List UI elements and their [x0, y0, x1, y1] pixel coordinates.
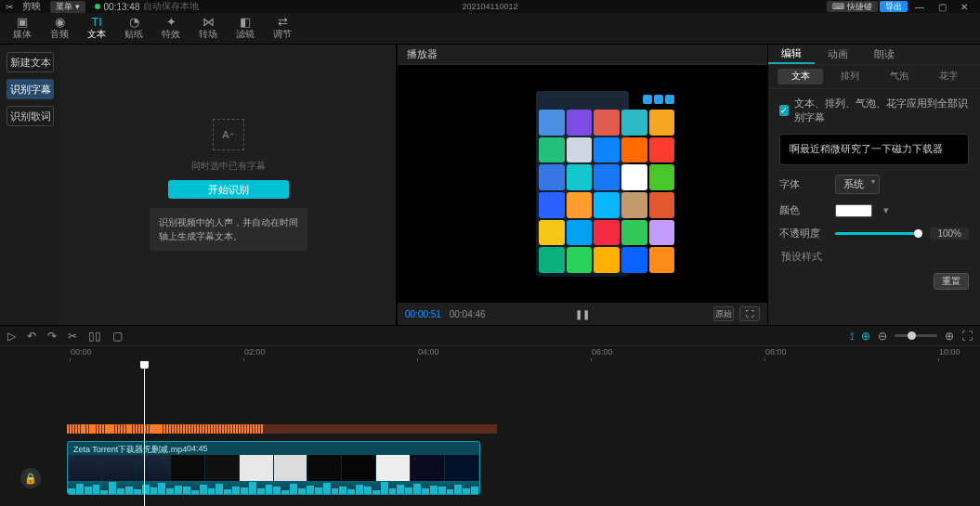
status-dot-icon — [95, 4, 100, 9]
font-label: 字体 — [779, 177, 824, 191]
preview-frame — [536, 91, 629, 277]
title-bar: ✂ 剪映 菜单 ▾ 00:13:48 自动保存本地 202104110012 ⌨… — [0, 0, 980, 13]
recognize-description: 识别视频中的人声，并自动在时间轴上生成字幕文本。 — [150, 208, 307, 251]
tab-text[interactable]: TI文本 — [78, 12, 115, 44]
delete-button[interactable]: ▢ — [112, 330, 123, 343]
split-button[interactable]: ✂ — [68, 330, 77, 343]
subtab-text[interactable]: 文本 — [777, 69, 823, 84]
tick-label: 10:00 — [939, 347, 960, 357]
apply-all-row[interactable]: ✓ 文本、排列、气泡、花字应用到全部识别字幕 — [779, 97, 969, 124]
tab-animation[interactable]: 动画 — [815, 45, 861, 64]
inspector-panel: 编辑 动画 朗读 文本 排列 气泡 花字 ✓ 文本、排列、气泡、花字应用到全部识… — [768, 45, 980, 325]
caption-track[interactable] — [67, 424, 497, 434]
snap-button[interactable]: ⟟ — [850, 330, 854, 343]
undo-button[interactable]: ↶ — [27, 330, 36, 343]
tab-media[interactable]: ▣媒体 — [4, 12, 41, 44]
zoom-slider[interactable] — [895, 334, 937, 337]
playhead[interactable] — [144, 361, 145, 506]
zoom-out-button[interactable]: ⊖ — [878, 330, 887, 343]
maximize-button[interactable]: ▢ — [932, 1, 952, 12]
tick-label: 08:00 — [765, 347, 787, 357]
app-name: 剪映 — [22, 0, 41, 13]
minimize-button[interactable]: — — [909, 1, 930, 12]
tab-effect[interactable]: ✦特效 — [152, 12, 189, 44]
tab-edit[interactable]: 编辑 — [768, 45, 815, 64]
caption-placeholder-icon: A⁺ — [213, 119, 244, 150]
tick-label: 02:00 — [244, 347, 266, 357]
tick-label: 06:00 — [592, 347, 613, 357]
recognize-panel: A⁺ 同时选中已有字幕 开始识别 识别视频中的人声，并自动在时间轴上生成字幕文本… — [60, 45, 396, 325]
tab-read[interactable]: 朗读 — [861, 45, 908, 64]
checkbox-checked-icon[interactable]: ✓ — [779, 105, 789, 116]
sidebar-new-text[interactable]: 新建文本 — [7, 52, 54, 72]
player-panel: 播放器 00:00:51 00:04:46 ❚❚ 原始 ⛶ — [397, 45, 768, 325]
tab-sticker[interactable]: ◔贴纸 — [115, 12, 152, 44]
aspect-ratio-button[interactable]: 原始 — [713, 306, 734, 321]
chevron-down-icon: ▾ — [871, 177, 875, 186]
timeline-tracks[interactable]: 🔒 Zeta Torrent下载器无删减.mp4 04:45 — [0, 361, 980, 506]
color-dropdown-icon[interactable]: ▾ — [883, 204, 889, 216]
filter-icon: ◧ — [240, 16, 251, 28]
redo-button[interactable]: ↷ — [47, 330, 57, 343]
text-icon: TI — [91, 16, 102, 28]
current-time: 00:00:51 — [405, 309, 441, 319]
primary-toolbar: ▣媒体 ◉音频 TI文本 ◔贴纸 ✦特效 ⋈转场 ◧滤镜 ⇄调节 — [0, 13, 980, 45]
select-tool[interactable]: ▷ — [7, 330, 16, 343]
cut-button[interactable]: ▯▯ — [88, 330, 101, 343]
export-button[interactable]: 导出 — [880, 1, 908, 12]
asset-panel: 新建文本 识别字幕 识别歌词 A⁺ 同时选中已有字幕 开始识别 识别视频中的人声… — [0, 45, 397, 325]
tab-transition[interactable]: ⋈转场 — [189, 12, 227, 44]
main-menu-dropdown[interactable]: 菜单 ▾ — [50, 1, 85, 13]
reset-button[interactable]: 重置 — [934, 273, 969, 290]
adjust-icon: ⇄ — [278, 16, 288, 28]
player-stage[interactable] — [398, 65, 767, 303]
inspector-tabs: 编辑 动画 朗读 — [768, 45, 980, 65]
app-logo: ✂ — [6, 2, 13, 12]
tab-filter[interactable]: ◧滤镜 — [227, 12, 264, 44]
project-title: 202104110012 — [462, 2, 517, 11]
timeline-toolbar: ▷ ↶ ↷ ✂ ▯▯ ▢ ⟟ ⊕ ⊖ ⊕ ⛶ — [0, 326, 980, 346]
recognize-note: 同时选中已有字幕 — [191, 160, 266, 173]
close-button[interactable]: ✕ — [954, 1, 974, 12]
opacity-value[interactable]: 100% — [930, 227, 969, 240]
font-select[interactable]: 系统▾ — [835, 175, 880, 194]
tab-adjust[interactable]: ⇄调节 — [264, 12, 301, 44]
subtab-bubble[interactable]: 气泡 — [876, 69, 921, 84]
inspector-subtabs: 文本 排列 气泡 花字 — [768, 65, 980, 89]
caption-text-input[interactable]: 啊最近稍微研究了一下磁力下载器 — [779, 134, 969, 165]
time-display: 00:00:51 00:04:46 — [405, 309, 486, 319]
tick-label: 04:00 — [418, 347, 439, 357]
timeline-panel: ▷ ↶ ↷ ✂ ▯▯ ▢ ⟟ ⊕ ⊖ ⊕ ⛶ 00:00 02:00 04:00… — [0, 325, 980, 506]
preview-mode-button[interactable]: ⊕ — [861, 330, 870, 343]
tick-label: 00:00 — [71, 347, 92, 357]
main-area: 新建文本 识别字幕 识别歌词 A⁺ 同时选中已有字幕 开始识别 识别视频中的人声… — [0, 45, 980, 325]
opacity-slider[interactable] — [835, 232, 919, 235]
tab-audio[interactable]: ◉音频 — [41, 12, 78, 44]
save-status: 00:13:48 自动保存本地 — [95, 0, 200, 13]
slider-thumb[interactable] — [914, 229, 922, 238]
media-icon: ▣ — [17, 16, 28, 28]
subtab-arrange[interactable]: 排列 — [827, 69, 872, 84]
play-pause-button[interactable]: ❚❚ — [575, 309, 590, 319]
total-duration: 00:04:46 — [450, 309, 486, 319]
shortcut-button[interactable]: ⌨ 快捷键 — [827, 1, 878, 12]
color-picker[interactable] — [835, 204, 872, 217]
sidebar-auto-caption[interactable]: 识别字幕 — [7, 79, 54, 99]
inspector-form: ✓ 文本、排列、气泡、花字应用到全部识别字幕 啊最近稍微研究了一下磁力下载器 字… — [768, 89, 980, 297]
sidebar-lyrics[interactable]: 识别歌词 — [7, 106, 54, 126]
clip-name: Zeta Torrent下载器无删减.mp4 — [73, 444, 187, 456]
opacity-label: 不透明度 — [779, 227, 824, 240]
zoom-in-button[interactable]: ⊕ — [945, 330, 954, 343]
track-lock-button[interactable]: 🔒 — [20, 468, 41, 488]
clip-waveform — [68, 481, 479, 494]
start-recognize-button[interactable]: 开始识别 — [168, 180, 289, 199]
apply-all-label: 文本、排列、气泡、花字应用到全部识别字幕 — [794, 97, 969, 124]
subtab-fancy[interactable]: 花字 — [925, 69, 971, 84]
sticker-icon: ◔ — [129, 16, 139, 28]
video-clip[interactable]: Zeta Torrent下载器无删减.mp4 04:45 — [67, 441, 480, 495]
fullscreen-button[interactable]: ⛶ — [739, 306, 760, 321]
time-ruler[interactable]: 00:00 02:00 04:00 06:00 08:00 10:00 — [0, 346, 980, 361]
fit-timeline-button[interactable]: ⛶ — [961, 330, 973, 343]
audio-icon: ◉ — [55, 16, 65, 28]
clip-duration: 04:45 — [187, 444, 208, 453]
